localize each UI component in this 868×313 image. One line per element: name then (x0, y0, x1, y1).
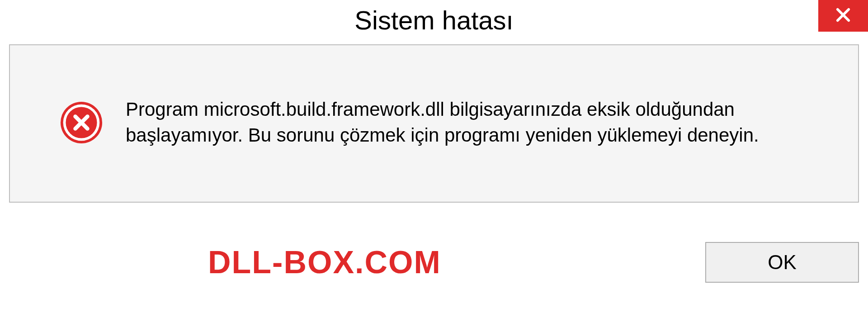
ok-button[interactable]: OK (705, 242, 859, 283)
dialog-title: Sistem hatası (354, 5, 513, 35)
error-icon (60, 101, 103, 144)
error-message: Program microsoft.build.framework.dll bi… (126, 97, 831, 148)
close-button[interactable] (818, 0, 868, 32)
content-panel: Program microsoft.build.framework.dll bi… (9, 44, 859, 203)
error-dialog: Sistem hatası Program microsoft.build.fr… (0, 0, 868, 313)
titlebar: Sistem hatası (0, 0, 868, 40)
watermark-text: DLL-BOX.COM (208, 244, 441, 280)
dialog-footer: DLL-BOX.COM OK (0, 203, 868, 313)
close-icon (834, 5, 853, 26)
